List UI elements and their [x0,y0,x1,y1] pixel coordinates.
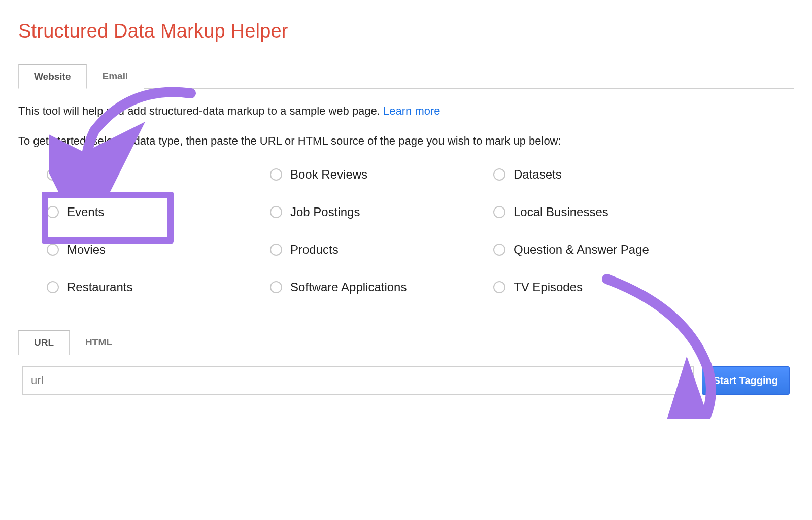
radio-icon [47,168,59,181]
radio-icon [270,168,282,181]
radio-tv-episodes[interactable]: TV Episodes [493,280,706,294]
radio-icon [270,206,282,218]
tab-email[interactable]: Email [87,64,144,89]
radio-datasets[interactable]: Datasets [493,167,706,182]
radio-icon [493,206,505,218]
radio-label: Products [290,242,339,257]
tab-url[interactable]: URL [18,330,70,355]
url-input[interactable] [22,366,694,395]
intro-line-2: To get started, select a data type, then… [18,134,794,149]
radio-label: Datasets [514,167,562,182]
radio-software-apps[interactable]: Software Applications [270,280,483,294]
radio-movies[interactable]: Movies [47,242,260,257]
radio-book-reviews[interactable]: Book Reviews [270,167,483,182]
radio-label: Movies [67,242,106,257]
radio-label: Job Postings [290,205,360,219]
intro-line-1: This tool will help you add structured-d… [18,104,794,119]
data-type-grid: Articles Book Reviews Datasets Events Jo… [47,167,706,294]
radio-label: Book Reviews [290,167,367,182]
learn-more-link[interactable]: Learn more [383,105,441,117]
radio-label: Software Applications [290,280,407,294]
radio-label: Local Businesses [514,205,608,219]
radio-events[interactable]: Events [47,205,260,219]
radio-label: Events [67,205,104,219]
radio-local-businesses[interactable]: Local Businesses [493,205,706,219]
radio-icon [47,281,59,293]
radio-qa-page[interactable]: Question & Answer Page [493,242,706,257]
radio-icon [493,168,505,181]
radio-icon [47,206,59,218]
radio-label: Restaurants [67,280,132,294]
radio-label: Question & Answer Page [514,242,649,257]
radio-restaurants[interactable]: Restaurants [47,280,260,294]
tabs-lower: URL HTML [18,330,794,355]
start-tagging-button[interactable]: Start Tagging [702,366,790,395]
radio-job-postings[interactable]: Job Postings [270,205,483,219]
url-row: Start Tagging [18,362,794,399]
radio-icon [47,244,59,256]
radio-icon [493,281,505,293]
radio-icon [270,244,282,256]
tab-website[interactable]: Website [18,64,87,89]
tabs-top: Website Email [18,63,794,89]
radio-label: TV Episodes [514,280,583,294]
page-title: Structured Data Markup Helper [18,20,794,42]
intro-text-1: This tool will help you add structured-d… [18,105,383,117]
radio-icon [270,281,282,293]
radio-products[interactable]: Products [270,242,483,257]
radio-articles[interactable]: Articles [47,167,260,182]
tab-html[interactable]: HTML [70,330,128,355]
radio-label: Articles [67,167,107,182]
radio-icon [493,244,505,256]
